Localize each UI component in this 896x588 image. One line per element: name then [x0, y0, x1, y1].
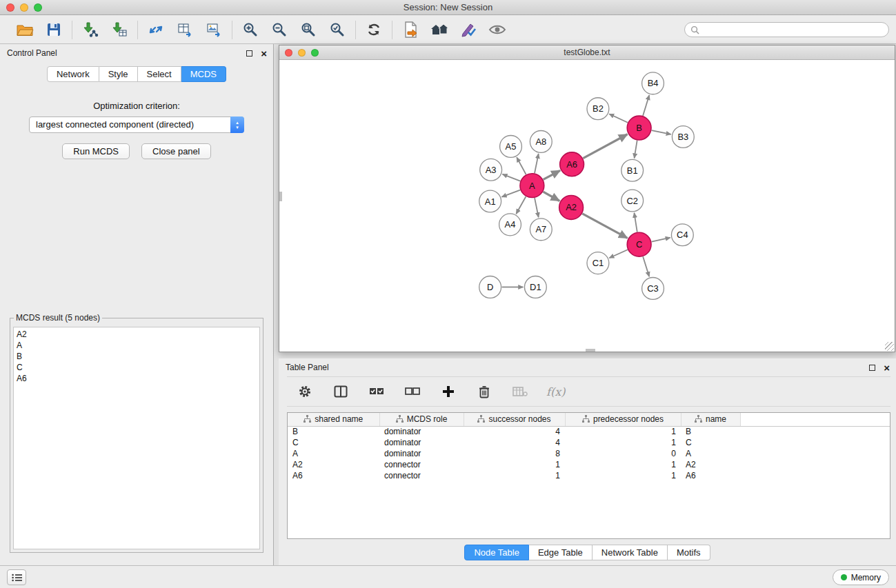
import-table-file-button[interactable] [109, 19, 130, 40]
table-row[interactable]: Bdominator41B [288, 426, 890, 437]
column-header-shared-name[interactable]: shared name [288, 413, 379, 426]
network-graph[interactable]: B4B2BB3A5A8A6B1A3AC2A1A2A4A7C4CC1C3DD1 [279, 61, 895, 352]
table-tab-network-table[interactable]: Network Table [593, 545, 668, 560]
import-network-table-button[interactable] [175, 19, 195, 40]
refresh-button[interactable] [364, 19, 384, 40]
graph-edge-C-C4[interactable] [652, 238, 670, 242]
delete-row-button[interactable] [475, 382, 494, 401]
mcds-result-item[interactable]: B [17, 351, 257, 362]
graph-edge-C-C2[interactable] [634, 213, 637, 232]
graph-edge-A2-C[interactable] [582, 214, 627, 239]
open-session-button[interactable] [14, 19, 35, 40]
graph-node-B4[interactable]: B4 [642, 72, 664, 94]
table-tab-edge-table[interactable]: Edge Table [529, 545, 593, 560]
add-row-button[interactable] [439, 382, 458, 401]
graph-node-A[interactable]: A [520, 174, 544, 198]
graph-node-D[interactable]: D [479, 276, 501, 298]
function-builder-button[interactable]: f(x) [546, 385, 565, 398]
mcds-result-item[interactable]: C [17, 362, 257, 373]
graph-node-C4[interactable]: C4 [671, 224, 693, 246]
graph-edge-B-B1[interactable] [635, 141, 637, 159]
window-resize-grip[interactable] [885, 342, 894, 351]
control-tab-select[interactable]: Select [138, 66, 181, 82]
graph-node-C1[interactable]: C1 [587, 252, 609, 274]
float-table-panel-icon[interactable] [869, 365, 875, 371]
mcds-result-list[interactable]: A2ABCA6 [13, 327, 260, 549]
save-session-button[interactable] [43, 19, 64, 40]
zoom-fit-button[interactable] [298, 19, 319, 40]
table-row[interactable]: Cdominator41C [288, 437, 890, 448]
column-header-successor-nodes[interactable]: successor nodes [464, 413, 565, 426]
zoom-out-button[interactable] [269, 19, 290, 40]
table-tab-node-table[interactable]: Node Table [464, 545, 529, 560]
graph-edge-C-C3[interactable] [643, 256, 649, 276]
graph-edge-A-A8[interactable] [535, 154, 539, 173]
search-box[interactable] [684, 22, 889, 37]
network-arrows-button[interactable] [146, 19, 166, 40]
float-panel-icon[interactable] [246, 50, 252, 57]
close-table-panel-icon[interactable]: × [884, 365, 890, 371]
column-visibility-button[interactable] [331, 382, 350, 401]
control-tab-style[interactable]: Style [99, 66, 138, 82]
optimization-dropdown[interactable]: largest connected component (directed) ▴… [29, 116, 244, 133]
graph-node-C[interactable]: C [627, 232, 651, 256]
zoom-in-button[interactable] [240, 19, 261, 40]
graph-node-A7[interactable]: A7 [530, 219, 552, 241]
graph-edge-B-B4[interactable] [643, 95, 649, 116]
graph-edge-A-A5[interactable] [517, 157, 526, 174]
graph-edge-A-A7[interactable] [535, 198, 539, 217]
graph-node-C3[interactable]: C3 [642, 278, 664, 300]
mcds-result-item[interactable]: A [17, 340, 257, 351]
import-network-file-button[interactable] [80, 19, 101, 40]
open-recent-file-button[interactable] [400, 19, 421, 40]
graph-edge-C-C1[interactable] [609, 250, 628, 258]
home-networks-button[interactable] [429, 19, 450, 40]
show-panels-button[interactable] [7, 569, 26, 585]
graph-node-B2[interactable]: B2 [587, 98, 609, 120]
table-row[interactable]: A6connector11A6 [288, 470, 890, 481]
show-hide-button[interactable] [487, 19, 508, 40]
column-header-predecessor-nodes[interactable]: predecessor nodes [565, 413, 681, 426]
vertical-scrollbar-stub[interactable] [279, 192, 282, 201]
search-input[interactable] [703, 25, 883, 34]
zoom-window-button[interactable] [34, 3, 42, 12]
column-header-name[interactable]: name [681, 413, 740, 426]
graph-edge-A-A1[interactable] [501, 190, 520, 197]
graph-node-A3[interactable]: A3 [480, 159, 502, 181]
network-minimize-button[interactable] [298, 49, 306, 57]
zoom-selected-button[interactable] [327, 19, 348, 40]
import-image-button[interactable] [203, 19, 224, 40]
graph-edge-A6-B[interactable] [583, 134, 627, 159]
graph-edge-B-B3[interactable] [652, 130, 671, 134]
graph-node-B3[interactable]: B3 [672, 126, 694, 148]
graph-node-A4[interactable]: A4 [499, 214, 521, 236]
graph-node-A8[interactable]: A8 [530, 131, 552, 153]
close-panel-icon[interactable]: × [261, 50, 267, 57]
memory-button[interactable]: Memory [833, 569, 889, 585]
graph-node-D1[interactable]: D1 [524, 276, 546, 298]
graph-node-C2[interactable]: C2 [621, 190, 644, 212]
run-mcds-button[interactable]: Run MCDS [62, 143, 130, 159]
graph-edge-A-A2[interactable] [543, 192, 559, 201]
horizontal-scrollbar-stub[interactable] [586, 349, 595, 352]
table-tab-motifs[interactable]: Motifs [668, 545, 710, 560]
minimize-window-button[interactable] [20, 3, 28, 12]
graph-edge-B-B2[interactable] [609, 114, 628, 123]
close-panel-button[interactable]: Close panel [141, 143, 211, 159]
table-row[interactable]: Adominator80A [288, 448, 890, 459]
graph-edge-A-A3[interactable] [502, 174, 520, 181]
column-header-MCDS-role[interactable]: MCDS role [379, 413, 464, 426]
graph-edge-A-A6[interactable] [544, 170, 560, 179]
control-tab-network[interactable]: Network [47, 66, 99, 82]
apply-style-button[interactable] [458, 19, 479, 40]
select-all-button[interactable] [367, 382, 386, 401]
graph-node-B[interactable]: B [627, 116, 651, 140]
deselect-all-button[interactable] [403, 382, 422, 401]
mcds-result-item[interactable]: A2 [17, 329, 257, 340]
table-settings-button[interactable] [295, 382, 315, 401]
network-zoom-button[interactable] [311, 49, 319, 57]
table-row[interactable]: A2connector11A2 [288, 459, 890, 470]
graph-edge-A-A4[interactable] [516, 196, 526, 214]
control-tab-mcds[interactable]: MCDS [181, 66, 226, 82]
network-canvas[interactable]: B4B2BB3A5A8A6B1A3AC2A1A2A4A7C4CC1C3DD1 [279, 61, 895, 352]
